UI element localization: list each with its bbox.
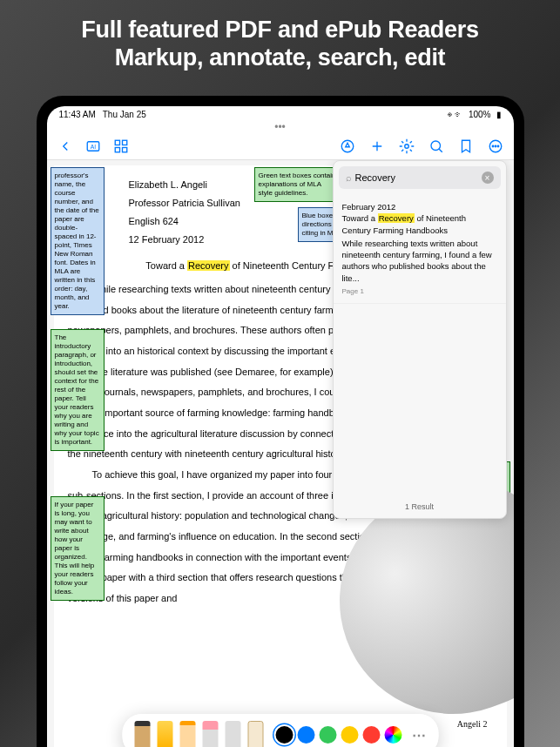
- more-icon[interactable]: [488, 138, 503, 154]
- note-green-info[interactable]: Green text boxes contain explanations of…: [254, 167, 341, 202]
- add-icon[interactable]: [369, 138, 385, 154]
- svg-rect-2: [115, 140, 119, 145]
- note-organization[interactable]: If your paper is long, you may want to w…: [51, 496, 105, 601]
- result-date: February 2012: [342, 201, 497, 212]
- battery-level: 100%: [469, 110, 491, 119]
- result-page: Page 1: [342, 286, 497, 296]
- svg-rect-5: [122, 148, 126, 152]
- status-time: 11:43 AM: [59, 110, 96, 119]
- highlight: Recovery: [187, 260, 229, 271]
- promo-banner: Full featured PDF and ePub ReadersMarkup…: [0, 0, 560, 83]
- markup-toolbar: ⋯: [122, 714, 438, 747]
- svg-point-10: [492, 145, 494, 147]
- svg-text:AI: AI: [90, 144, 96, 150]
- multitask-dots[interactable]: •••: [47, 121, 514, 133]
- svg-rect-3: [122, 140, 126, 145]
- result-excerpt: While researching texts written about ni…: [342, 238, 497, 284]
- status-date: Thu Jan 25: [103, 110, 146, 119]
- color-green[interactable]: [319, 726, 336, 744]
- page-number: Angeli 2: [457, 715, 488, 734]
- bookmark-icon[interactable]: [458, 138, 474, 154]
- battery-icon: ▮: [496, 110, 502, 119]
- search-result[interactable]: February 2012 Toward a Recovery of Ninet…: [334, 194, 506, 304]
- gear-icon[interactable]: [399, 138, 415, 154]
- more-tools-icon[interactable]: ⋯: [412, 727, 426, 744]
- toolbar: AI: [47, 133, 514, 160]
- note-mla-header[interactable]: professor's name, the course number, and…: [51, 167, 105, 315]
- ruler-tool[interactable]: [247, 721, 263, 747]
- search-icon[interactable]: [428, 138, 444, 154]
- result-title: Toward a Recovery of Nineteenth Century …: [342, 212, 497, 236]
- color-yellow[interactable]: [341, 726, 358, 744]
- color-palette: [275, 726, 401, 744]
- markup-icon[interactable]: [340, 138, 355, 154]
- color-red[interactable]: [362, 726, 380, 744]
- note-intro[interactable]: The introductory paragraph, or introduct…: [51, 329, 105, 451]
- eraser-tool[interactable]: [202, 721, 218, 747]
- marker-tool[interactable]: [157, 721, 172, 747]
- search-input[interactable]: [355, 172, 478, 183]
- screen: 11:43 AM Thu Jan 25 ◉ ᯤ 100% ▮ ••• AI pr…: [47, 106, 514, 747]
- ipad-frame: 11:43 AM Thu Jan 25 ◉ ᯤ 100% ▮ ••• AI pr…: [37, 96, 524, 747]
- back-icon[interactable]: [57, 138, 73, 154]
- grid-icon[interactable]: [113, 138, 129, 154]
- svg-point-12: [497, 145, 499, 147]
- result-count: 1 Result: [334, 495, 506, 518]
- document-area[interactable]: professor's name, the course number, and…: [47, 160, 514, 747]
- svg-point-7: [404, 145, 408, 149]
- ai-icon[interactable]: AI: [85, 138, 101, 154]
- svg-point-11: [495, 145, 496, 147]
- search-box[interactable]: ⌕ ×: [339, 166, 501, 189]
- svg-rect-4: [115, 148, 119, 152]
- color-black[interactable]: [275, 726, 293, 744]
- color-blue[interactable]: [297, 726, 314, 744]
- wifi-icon: ◉ ᯤ: [448, 110, 463, 119]
- pencil-tool[interactable]: [179, 721, 195, 747]
- color-picker[interactable]: [384, 726, 401, 744]
- pen-tool[interactable]: [134, 721, 150, 747]
- clear-search-icon[interactable]: ×: [482, 172, 494, 184]
- promo-line2: Markup, annotate, search, edit: [115, 44, 446, 71]
- search-panel: ⌕ × February 2012 Toward a Recovery of N…: [333, 160, 507, 519]
- promo-line1: Full featured PDF and ePub Readers: [81, 17, 478, 43]
- svg-point-8: [431, 141, 441, 151]
- lasso-tool[interactable]: [225, 721, 240, 747]
- search-glass-icon: ⌕: [346, 172, 352, 183]
